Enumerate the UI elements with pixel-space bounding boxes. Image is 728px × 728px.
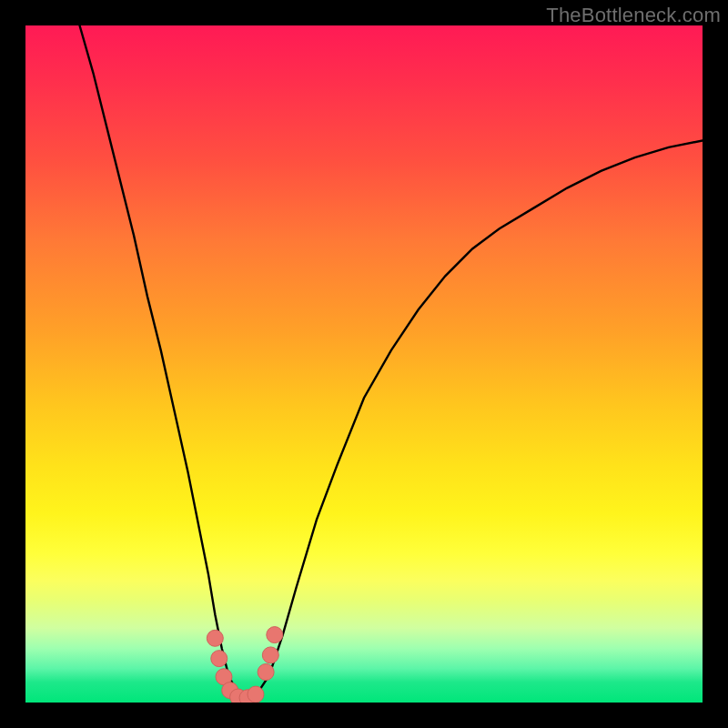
curve-marker bbox=[207, 630, 223, 646]
curve-marker bbox=[248, 686, 264, 703]
curve-layer bbox=[80, 25, 703, 699]
curve-marker bbox=[262, 647, 278, 663]
curve-marker bbox=[258, 664, 274, 681]
curve-marker bbox=[267, 627, 283, 643]
chart-svg bbox=[25, 25, 703, 703]
bottleneck-curve bbox=[80, 25, 703, 699]
watermark-text: TheBottleneck.com bbox=[546, 4, 721, 27]
marker-layer bbox=[207, 627, 282, 703]
curve-marker bbox=[211, 651, 228, 667]
plot-area bbox=[25, 25, 703, 703]
chart-frame: TheBottleneck.com bbox=[0, 0, 728, 728]
